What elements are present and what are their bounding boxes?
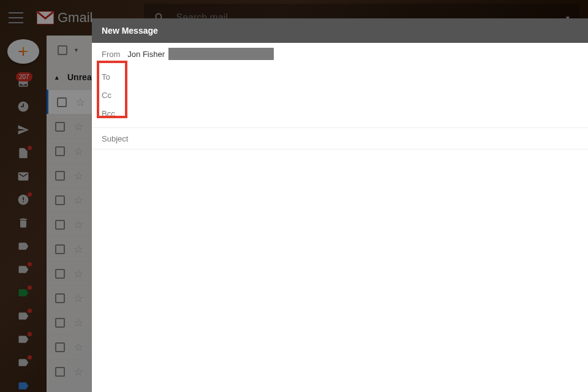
from-name: Jon Fisher — [127, 50, 165, 59]
bcc-label: Bcc — [102, 109, 115, 118]
bcc-field[interactable]: Bcc — [102, 104, 578, 123]
compose-window: New Message From Jon Fisher To Cc Bcc Su… — [92, 18, 588, 392]
subject-field[interactable]: Subject — [92, 127, 588, 149]
cc-field[interactable]: Cc — [102, 86, 578, 104]
from-email-redacted — [168, 48, 274, 60]
cc-label: Cc — [102, 91, 111, 100]
to-label: To — [102, 72, 110, 81]
to-field[interactable]: To — [102, 67, 578, 86]
compose-title-bar[interactable]: New Message — [92, 18, 588, 43]
subject-label: Subject — [102, 134, 128, 143]
from-field[interactable]: From Jon Fisher — [92, 43, 588, 65]
recipients-block: To Cc Bcc — [92, 65, 588, 127]
compose-title: New Message — [102, 26, 158, 36]
from-label: From — [102, 50, 120, 59]
